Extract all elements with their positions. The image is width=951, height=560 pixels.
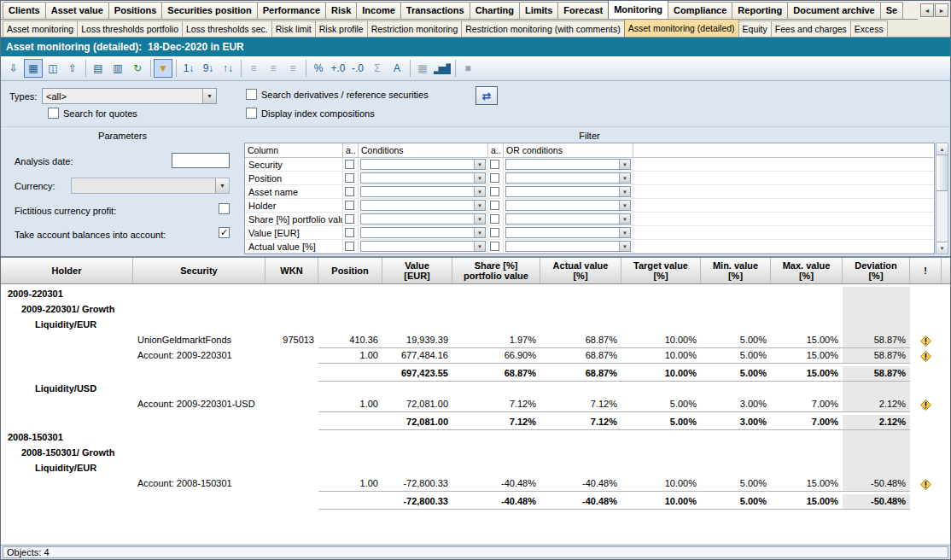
checkbox-box[interactable] — [345, 201, 354, 210]
filter-condition-select[interactable]: ▼ — [360, 186, 486, 197]
subtab-asset-monitoring[interactable]: Asset monitoring — [3, 20, 78, 37]
search-derivatives-checkbox[interactable]: Search derivatives / reference securitie… — [246, 89, 429, 100]
load-view-icon[interactable]: ⇩ — [4, 59, 23, 78]
group-row[interactable]: Liquidity/USD — [1, 382, 950, 397]
scroll-up-icon[interactable]: ▲ — [936, 143, 948, 155]
tab-compliance[interactable]: Compliance — [668, 2, 732, 19]
tab-risk[interactable]: Risk — [325, 2, 357, 19]
fictitious-currency-profit-checkbox[interactable] — [219, 203, 230, 214]
filter-condition-select[interactable]: ▼ — [360, 200, 486, 211]
column-header-deviation[interactable]: Deviation [%] — [843, 258, 910, 283]
take-account-balances-checkbox[interactable]: ✓ — [219, 227, 230, 238]
column-header-warn[interactable]: ! — [910, 258, 942, 283]
column-header-target-value[interactable]: Target value [%] — [621, 258, 701, 283]
column-header-max-value[interactable]: Max. value [%] — [771, 258, 843, 283]
total-row[interactable]: 72,081.007.12%7.12%5.00%3.00%7.00%2.12% — [1, 412, 950, 430]
tab-charting[interactable]: Charting — [470, 2, 520, 19]
subtab-fees-and-charges[interactable]: Fees and charges — [771, 20, 851, 37]
monitor-chart-view-icon[interactable]: ▦ — [24, 59, 43, 78]
tab-se[interactable]: Se — [880, 2, 903, 19]
filter-scrollbar[interactable]: ▲ ▼ — [936, 143, 948, 254]
column-header-min-value[interactable]: Min. value [%] — [701, 258, 771, 283]
checkbox-box[interactable] — [345, 187, 354, 196]
filter-condition-select[interactable]: ▼ — [360, 241, 486, 252]
filter-or-condition-select[interactable]: ▼ — [505, 186, 631, 197]
tab-transactions[interactable]: Transactions — [400, 2, 470, 19]
checkbox-box[interactable] — [490, 160, 499, 169]
filter-or-condition-select[interactable]: ▼ — [505, 241, 631, 252]
group-row[interactable]: Liquidity/EUR — [1, 318, 950, 333]
chevron-down-icon[interactable]: ▼ — [619, 173, 630, 183]
tab-scroll-left-button[interactable]: ◄ — [920, 3, 934, 17]
tab-forecast[interactable]: Forecast — [557, 2, 609, 19]
checkbox-box[interactable] — [48, 108, 59, 119]
tab-monitoring[interactable]: Monitoring — [608, 1, 668, 19]
add-decimal-icon[interactable]: +.0 — [329, 59, 347, 78]
checkbox-box[interactable] — [490, 228, 499, 237]
refresh-icon[interactable]: ↻ — [128, 59, 147, 78]
tab-scroll-right-button[interactable]: ► — [935, 3, 948, 17]
search-for-quotes-checkbox[interactable]: Search for quotes — [48, 108, 137, 119]
tab-clients[interactable]: Clients — [3, 2, 46, 19]
tab-performance[interactable]: Performance — [257, 2, 326, 19]
percent-icon[interactable]: % — [309, 59, 328, 78]
chevron-down-icon[interactable]: ▼ — [619, 228, 630, 237]
subtab-loss-thresholds-sec[interactable]: Loss thresholds sec. — [182, 20, 272, 37]
chart-icon[interactable]: ▂▅▇ — [433, 59, 452, 78]
subtab-asset-monitoring-detailed[interactable]: Asset monitoring (detailed) — [624, 20, 739, 37]
tab-securities-position[interactable]: Securities position — [161, 2, 257, 19]
column-header-position[interactable]: Position — [318, 258, 382, 283]
checkbox-box[interactable] — [345, 242, 354, 251]
group-row[interactable]: 2009-220301/ Growth — [1, 302, 950, 318]
types-select[interactable]: <all> ▼ — [42, 88, 217, 104]
subtab-risk-limit[interactable]: Risk limit — [271, 20, 316, 37]
column-header-value-eur[interactable]: Value [EUR] — [382, 258, 452, 283]
display-index-compositions-checkbox[interactable]: Display index compositions — [246, 108, 375, 119]
filter-or-condition-select[interactable]: ▼ — [505, 159, 631, 170]
chevron-down-icon[interactable]: ▼ — [474, 160, 485, 169]
checkbox-box[interactable] — [345, 160, 354, 169]
group-row[interactable]: Liquidity/EUR — [1, 461, 950, 476]
total-row[interactable]: -72,800.33-40.48%-40.48%10.00%5.00%15.00… — [1, 492, 950, 510]
checkbox-box[interactable] — [490, 201, 499, 210]
chevron-down-icon[interactable]: ▼ — [619, 214, 630, 224]
subtab-restriction-monitoring-with-comments[interactable]: Restriction monitoring (with comments) — [461, 20, 624, 37]
column-header-share-portfolio-value[interactable]: Share [%] portfolio value — [452, 258, 540, 283]
checkbox-box[interactable] — [345, 173, 354, 183]
group-row[interactable]: 2009-220301 — [1, 287, 950, 302]
tab-document-archive[interactable]: Document archive — [787, 2, 880, 19]
filter-condition-select[interactable]: ▼ — [360, 227, 486, 238]
tab-reporting[interactable]: Reporting — [732, 2, 788, 19]
sort-ascending-icon[interactable]: 1↓ — [179, 59, 198, 78]
column-header-wkn[interactable]: WKN — [265, 258, 318, 283]
chevron-down-icon[interactable]: ▼ — [619, 187, 630, 196]
total-row[interactable]: 697,423.5568.87%68.87%10.00%5.00%15.00%5… — [1, 364, 950, 382]
subtab-excess[interactable]: Excess — [850, 20, 888, 37]
group-row[interactable]: 2008-150301 — [1, 430, 950, 446]
table-row[interactable]: Account: 2009-220301-USD1.0072,081.007.1… — [1, 397, 950, 412]
subtab-equity[interactable]: Equity — [738, 20, 772, 37]
checkbox-box[interactable] — [345, 228, 354, 237]
sort-descending-icon[interactable]: 9↓ — [199, 59, 218, 78]
column-header-security[interactable]: Security — [133, 258, 265, 283]
refresh-search-button[interactable]: ⇄ — [476, 86, 498, 105]
checkbox-box[interactable] — [246, 89, 257, 100]
filter-condition-select[interactable]: ▼ — [360, 159, 486, 170]
chevron-down-icon[interactable]: ▼ — [474, 201, 485, 210]
chevron-down-icon[interactable]: ▼ — [619, 242, 630, 251]
chevron-down-icon[interactable]: ▼ — [474, 187, 485, 196]
checkbox-box[interactable] — [345, 214, 354, 224]
chevron-down-icon[interactable]: ▼ — [474, 228, 485, 237]
tab-income[interactable]: Income — [356, 2, 401, 19]
column-header-actual-value[interactable]: Actual value [%] — [540, 258, 621, 283]
chevron-down-icon[interactable]: ▼ — [619, 160, 630, 169]
table-row[interactable]: Account: 2009-2203011.00677,484.1666.90%… — [1, 348, 950, 364]
checkbox-box[interactable] — [490, 214, 499, 224]
filter-condition-select[interactable]: ▼ — [360, 213, 486, 225]
chevron-down-icon[interactable]: ▼ — [474, 173, 485, 183]
filter-condition-select[interactable]: ▼ — [360, 172, 486, 184]
reorder-icon[interactable]: ↑↓ — [219, 59, 237, 78]
checkbox-box[interactable] — [490, 173, 499, 183]
chevron-down-icon[interactable]: ▼ — [474, 242, 485, 251]
print-icon[interactable]: ▤ — [89, 59, 108, 78]
